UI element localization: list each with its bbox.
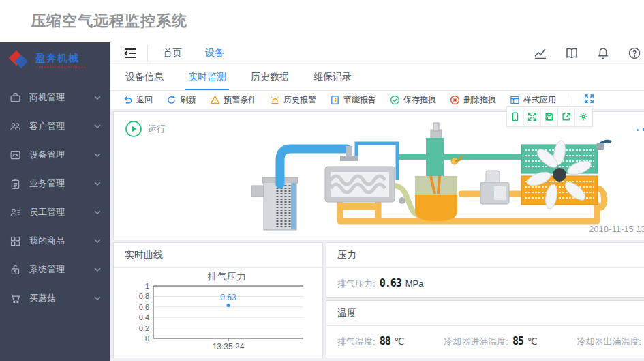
page-title: 压缩空气远程监控系统 — [31, 11, 187, 31]
sidebar-item-my-products[interactable]: 我的商品 — [0, 227, 110, 255]
bell-icon[interactable] — [596, 46, 610, 60]
data-point[interactable] — [227, 304, 230, 307]
fullscreen-icon — [584, 93, 594, 104]
svg-text:1: 1 — [145, 282, 149, 290]
apply-style-label: 样式应用 — [523, 94, 556, 106]
report-icon — [330, 95, 340, 105]
top-banner: 压缩空气远程监控系统 — [0, 0, 644, 42]
thermostat-valve — [480, 171, 509, 204]
alarm-icon — [270, 95, 280, 105]
air-filter — [251, 177, 298, 230]
sidebar-item-label: 买蘑菇 — [29, 292, 94, 304]
chevron-down-icon — [94, 153, 101, 157]
alarm-history-button[interactable]: 历史报警 — [270, 94, 316, 106]
save-drag-label: 保存拖拽 — [403, 94, 436, 106]
oil-separator-tank — [415, 123, 461, 221]
stats-icon[interactable] — [534, 46, 547, 60]
warning-icon — [210, 95, 220, 105]
briefcase-icon — [10, 92, 21, 104]
toolbar-divider — [570, 94, 570, 105]
network-signal: 2G — [637, 121, 644, 131]
sidebar-item-business-opportunity[interactable]: 商机管理 — [0, 83, 110, 112]
metric-unit: ℃ — [395, 336, 405, 347]
grid-icon — [10, 235, 21, 247]
delete-drag-button[interactable]: 删除拖拽 — [450, 94, 496, 106]
exhaust-pressure-metric: 排气压力: 0.63 MPa — [337, 277, 423, 290]
outlet-valve-icon — [596, 141, 611, 150]
pressure-chart: 排气压力 1 0.8 — [114, 268, 322, 353]
sidebar-item-system[interactable]: 系统管理 — [0, 255, 110, 284]
alarm-history-label: 历史报警 — [283, 94, 316, 106]
delete-drag-label: 删除拖拽 — [463, 94, 496, 106]
clipboard-icon — [10, 178, 21, 190]
sidebar-collapse-icon[interactable] — [123, 47, 138, 59]
save-drag-button[interactable]: 保存拖拽 — [390, 94, 436, 106]
sidebar-item-label: 业务管理 — [29, 177, 94, 190]
svg-text:0.8: 0.8 — [139, 292, 149, 300]
svg-text:0.2: 0.2 — [139, 324, 149, 332]
cooler-oil-outlet-temp-metric: 冷却器出油温度: 59 ℃ — [577, 335, 644, 348]
sidebar-item-label: 设备管理 — [29, 149, 94, 161]
energy-report-button[interactable]: 节能报告 — [330, 94, 376, 106]
sidebar-item-operations[interactable]: 业务管理 — [0, 169, 110, 198]
fullscreen-button[interactable] — [584, 93, 594, 106]
chevron-down-icon — [94, 239, 101, 243]
curve-panel-title: 实时曲线 — [114, 243, 322, 268]
layout-icon — [510, 95, 520, 105]
employee-icon — [10, 207, 21, 218]
cooler-oil-inlet-temp-metric: 冷却器进油温度: 85 ℃ — [444, 335, 537, 348]
temperature-panel-title: 温度 — [326, 301, 644, 326]
oil-air-cooler — [521, 140, 611, 210]
logo-subtitle: YINGBEN MECHANICAL — [35, 65, 87, 69]
back-button[interactable]: 返回 — [123, 94, 153, 106]
run-status: 运行 — [125, 120, 166, 138]
logo-icon — [10, 50, 30, 70]
tab-realtime-monitor[interactable]: 实时监测 — [185, 64, 229, 90]
temperature-panel: 温度 排气温度: 88 ℃ 冷却器进油温度: 85 ℃ — [326, 300, 644, 358]
metric-unit: MPa — [405, 278, 424, 289]
sidebar-item-label: 系统管理 — [29, 263, 94, 276]
apply-style-button[interactable]: 样式应用 — [510, 94, 556, 106]
x-circle-icon — [450, 95, 460, 105]
breadcrumb-equipment[interactable]: 设备 — [205, 47, 224, 59]
monitor-timestamp: 2018-11-15 13:35:24 — [589, 224, 644, 234]
metric-label: 排气压力: — [337, 278, 375, 290]
metric-unit: ℃ — [527, 336, 538, 347]
logo-name: 盈奔机械 — [35, 52, 87, 65]
exhaust-temp-metric: 排气温度: 88 ℃ — [337, 335, 404, 348]
y-axis-ticks: 1 0.8 0.6 0.4 0.2 0 — [139, 282, 149, 343]
tab-device-info[interactable]: 设备信息 — [123, 64, 166, 90]
main-header: 首页 设备 — [110, 42, 644, 64]
svg-text:0.4: 0.4 — [139, 313, 149, 321]
book-icon[interactable] — [565, 46, 579, 60]
play-icon[interactable] — [125, 120, 142, 138]
svg-text:0.6: 0.6 — [139, 303, 149, 311]
data-point-label: 0.63 — [220, 293, 236, 302]
users-icon — [10, 121, 21, 132]
chevron-down-icon — [94, 182, 101, 186]
alert-conditions-button[interactable]: 预警条件 — [210, 94, 256, 106]
refresh-label: 刷新 — [180, 94, 196, 106]
sidebar-item-equipment[interactable]: 设备管理 — [0, 141, 110, 169]
compressor-schematic — [223, 117, 618, 235]
drain-valve-icon — [399, 197, 405, 204]
metric-value: 0.63 — [380, 277, 401, 289]
chevron-down-icon — [94, 210, 101, 214]
breadcrumb-home[interactable]: 首页 — [163, 47, 182, 59]
lock-icon — [10, 264, 21, 276]
help-icon[interactable] — [628, 46, 641, 60]
tab-maintenance-records[interactable]: 维保记录 — [311, 64, 354, 90]
pressure-panel: 压力 排气压力: 0.63 MPa — [326, 242, 644, 298]
sidebar-item-label: 客户管理 — [29, 120, 94, 132]
sidebar-item-customers[interactable]: 客户管理 — [0, 112, 110, 141]
sidebar-item-buy-mushroom[interactable]: 买蘑菇 — [0, 284, 110, 313]
tab-history-data[interactable]: 历史数据 — [248, 64, 292, 90]
pressure-panel-title: 压力 — [326, 243, 644, 268]
energy-report-label: 节能报告 — [343, 94, 376, 106]
x-axis-tick: 13:35:24 — [213, 342, 245, 351]
screw-compressor — [325, 146, 395, 210]
refresh-button[interactable]: 刷新 — [166, 94, 196, 106]
sidebar-item-employees[interactable]: 员工管理 — [0, 198, 110, 227]
chevron-down-icon — [94, 96, 101, 100]
chevron-down-icon — [94, 124, 101, 128]
